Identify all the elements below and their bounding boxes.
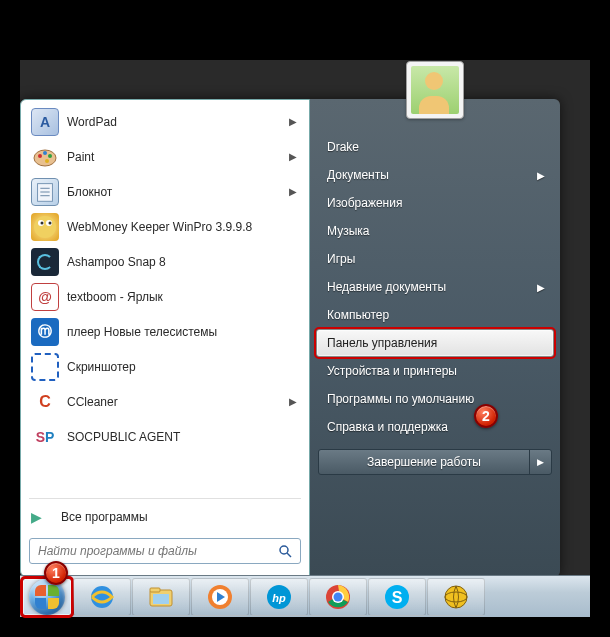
program-item-label: Скриншотер [67, 360, 136, 374]
right-item-computer[interactable]: Компьютер [316, 301, 554, 329]
start-button[interactable] [22, 578, 72, 616]
program-item-socpublic[interactable]: SP SOCPUBLIC AGENT [23, 419, 307, 454]
internet-explorer-icon [87, 582, 117, 612]
start-menu-right-pane: Drake Документы ▶ Изображения Музыка Игр… [310, 99, 560, 577]
right-item-default-programs[interactable]: Программы по умолчанию [316, 385, 554, 413]
program-item-label: Paint [67, 150, 94, 164]
annotation-badge-2: 2 [474, 404, 498, 428]
svg-text:S: S [392, 589, 403, 606]
shutdown-label: Завершение работы [319, 450, 529, 474]
program-item-screenshoter[interactable]: Скриншотер [23, 349, 307, 384]
right-item-label: Игры [327, 252, 355, 266]
pinned-program-list: A WordPad ▶ Paint ▶ Блокнот ▶ [23, 104, 307, 495]
right-item-label: Устройства и принтеры [327, 364, 457, 378]
start-menu: A WordPad ▶ Paint ▶ Блокнот ▶ [20, 99, 560, 577]
right-item-music[interactable]: Музыка [316, 217, 554, 245]
notepad-icon [31, 178, 59, 206]
program-item-ccleaner[interactable]: CCleaner ▶ [23, 384, 307, 419]
search-input[interactable] [38, 544, 278, 558]
skype-icon: S [382, 582, 412, 612]
right-item-recent-documents[interactable]: Недавние документы ▶ [316, 273, 554, 301]
right-item-label: Недавние документы [327, 280, 446, 294]
right-item-label: Панель управления [327, 336, 437, 350]
program-item-textboom[interactable]: @ textboom - Ярлык [23, 279, 307, 314]
shutdown-button[interactable]: Завершение работы ▶ [318, 449, 552, 475]
program-item-player[interactable]: ⓜ плеер Новые телесистемы [23, 314, 307, 349]
svg-line-15 [287, 553, 291, 557]
all-programs-label: Все программы [61, 510, 148, 524]
ashampoo-snap-icon [31, 248, 59, 276]
right-item-label: Компьютер [327, 308, 389, 322]
program-item-notepad[interactable]: Блокнот ▶ [23, 174, 307, 209]
svg-point-26 [334, 592, 343, 601]
taskbar-item-skype[interactable]: S [368, 578, 426, 616]
submenu-arrow-icon: ▶ [289, 396, 297, 407]
right-item-label: Программы по умолчанию [327, 392, 474, 406]
svg-rect-18 [150, 588, 160, 592]
svg-rect-19 [153, 594, 169, 604]
taskbar-item-chrome[interactable] [309, 578, 367, 616]
program-item-label: WordPad [67, 115, 117, 129]
file-explorer-icon [146, 582, 176, 612]
ccleaner-icon [31, 388, 59, 416]
annotation-badge-1: 1 [44, 561, 68, 585]
program-item-ashampoo-snap[interactable]: Ashampoo Snap 8 [23, 244, 307, 279]
right-item-control-panel[interactable]: Панель управления [316, 329, 554, 357]
program-item-label: textboom - Ярлык [67, 290, 163, 304]
submenu-arrow-icon: ▶ [537, 170, 545, 181]
windows-media-player-icon [205, 582, 235, 612]
taskbar-item-browser[interactable] [427, 578, 485, 616]
submenu-arrow-icon: ▶ [289, 186, 297, 197]
submenu-arrow-icon: ▶ [537, 282, 545, 293]
screenshot-area: A WordPad ▶ Paint ▶ Блокнот ▶ [20, 60, 590, 617]
program-item-label: плеер Новые телесистемы [67, 325, 217, 339]
search-icon [278, 544, 292, 558]
right-item-label: Музыка [327, 224, 369, 238]
taskbar-item-file-explorer[interactable] [132, 578, 190, 616]
all-programs-arrow-icon: ▶ [31, 509, 51, 525]
opera-icon [441, 582, 471, 612]
right-item-user[interactable]: Drake [316, 133, 554, 161]
right-item-help-support[interactable]: Справка и поддержка [316, 413, 554, 441]
program-item-label: Блокнот [67, 185, 112, 199]
svg-point-9 [34, 216, 56, 238]
screenshoter-icon [31, 353, 59, 381]
right-item-label: Изображения [327, 196, 402, 210]
svg-text:hp: hp [272, 592, 286, 604]
program-item-label: WebMoney Keeper WinPro 3.9.9.8 [67, 220, 252, 234]
program-item-wordpad[interactable]: A WordPad ▶ [23, 104, 307, 139]
right-item-label: Справка и поддержка [327, 420, 448, 434]
start-menu-left-pane: A WordPad ▶ Paint ▶ Блокнот ▶ [20, 99, 310, 577]
taskbar-item-internet-explorer[interactable] [73, 578, 131, 616]
program-item-label: Ashampoo Snap 8 [67, 255, 166, 269]
right-item-games[interactable]: Игры [316, 245, 554, 273]
submenu-arrow-icon: ▶ [289, 151, 297, 162]
socpublic-icon: SP [31, 423, 59, 451]
right-item-devices-printers[interactable]: Устройства и принтеры [316, 357, 554, 385]
taskbar-item-media-player[interactable] [191, 578, 249, 616]
right-item-documents[interactable]: Документы ▶ [316, 161, 554, 189]
right-item-label: Документы [327, 168, 389, 182]
search-box[interactable] [29, 538, 301, 564]
svg-point-4 [45, 159, 49, 163]
paint-icon [31, 143, 59, 171]
svg-point-1 [38, 154, 42, 158]
right-pane-items: Drake Документы ▶ Изображения Музыка Игр… [310, 133, 560, 441]
svg-rect-5 [38, 183, 53, 201]
shutdown-options-arrow-icon[interactable]: ▶ [529, 450, 551, 474]
taskbar-item-hp[interactable]: hp [250, 578, 308, 616]
program-item-webmoney[interactable]: WebMoney Keeper WinPro 3.9.9.8 [23, 209, 307, 244]
program-item-label: SOCPUBLIC AGENT [67, 430, 180, 444]
all-programs-button[interactable]: ▶ Все программы [23, 502, 307, 532]
separator [29, 498, 301, 499]
submenu-arrow-icon: ▶ [289, 116, 297, 127]
wordpad-icon: A [31, 108, 59, 136]
program-item-paint[interactable]: Paint ▶ [23, 139, 307, 174]
textboom-icon: @ [31, 283, 59, 311]
right-item-pictures[interactable]: Изображения [316, 189, 554, 217]
user-avatar-frame[interactable] [406, 61, 464, 119]
svg-point-13 [49, 221, 52, 224]
google-chrome-icon [323, 582, 353, 612]
svg-point-14 [280, 546, 288, 554]
user-avatar-icon [411, 66, 459, 114]
